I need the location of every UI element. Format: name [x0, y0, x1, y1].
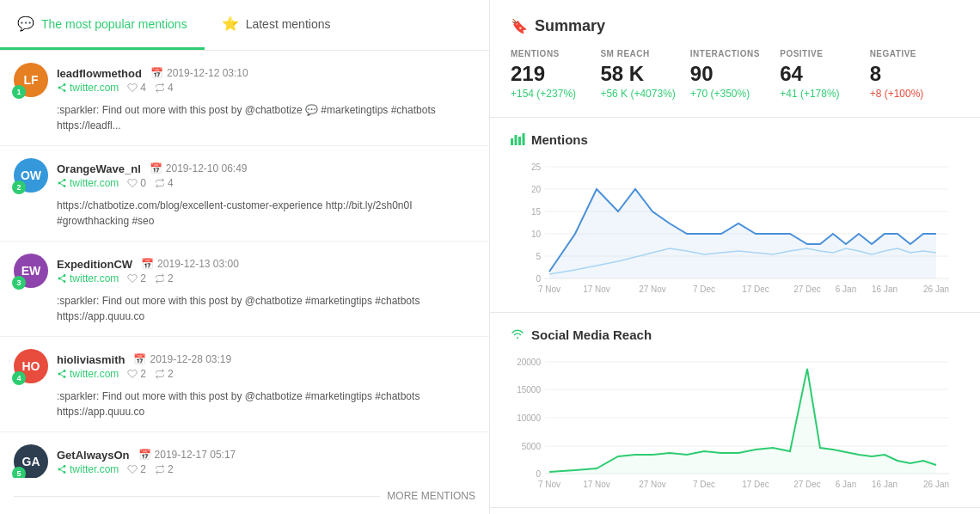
svg-text:17 Nov: 17 Nov: [583, 480, 610, 489]
divider-line: [14, 496, 380, 497]
tab-latest[interactable]: ⭐ Latest mentions: [205, 0, 348, 50]
retweets-stat: 2: [155, 368, 174, 380]
calendar-icon: 📅: [150, 67, 163, 79]
social-reach-label: Social Media Reach: [531, 327, 652, 342]
mention-date: 📅 2019-12-10 06:49: [150, 162, 248, 174]
svg-text:15: 15: [531, 207, 542, 217]
svg-text:5: 5: [536, 252, 541, 261]
mention-date: 📅 2019-12-12 03:10: [150, 67, 248, 79]
list-item[interactable]: OW 2 OrangeWave_nl 📅 2019-12-10 06:49 tw…: [0, 146, 489, 242]
mention-text: :sparkler: Find out more with this post …: [14, 102, 475, 133]
list-item[interactable]: HO 4 hioliviasmith 📅 2019-12-28 03:19 tw…: [0, 337, 489, 432]
summary-item-change: +56 K (+4073%): [600, 88, 676, 100]
summary-item: SM REACH 58 K +56 K (+4073%): [600, 49, 689, 100]
avatar: EW 3: [14, 254, 48, 288]
svg-text:5000: 5000: [522, 442, 542, 451]
svg-rect-2: [518, 137, 521, 145]
svg-text:17 Dec: 17 Dec: [742, 285, 769, 294]
list-item[interactable]: EW 3 ExpeditionCW 📅 2019-12-13 03:00 twi…: [0, 242, 489, 337]
mention-text: :sparkler: Find out more with this post …: [14, 389, 475, 419]
mention-info: ExpeditionCW 📅 2019-12-13 03:00 twitter.…: [57, 258, 475, 285]
svg-text:0: 0: [536, 274, 541, 284]
tab-popular[interactable]: 💬 The most popular mentions: [0, 0, 205, 50]
source-link[interactable]: twitter.com: [57, 463, 119, 475]
svg-text:16 Jan: 16 Jan: [872, 480, 897, 489]
summary-section: 🔖 Summary MENTIONS 219 +154 (+237%) SM R…: [490, 0, 980, 118]
summary-title-text: Summary: [535, 17, 605, 35]
summary-item-change: +41 (+178%): [780, 88, 855, 100]
mentions-chart-title: Mentions: [511, 132, 959, 148]
mention-info: leadflowmethod 📅 2019-12-12 03:10 twitte…: [57, 67, 475, 94]
svg-text:6 Jan: 6 Jan: [836, 285, 856, 294]
summary-item-change: +8 (+100%): [870, 88, 946, 100]
summary-item-label: POSITIVE: [780, 49, 855, 58]
mention-date: 📅 2019-12-28 03:19: [133, 353, 231, 365]
list-item[interactable]: GA 5 GetAlwaysOn 📅 2019-12-17 05:17 twit…: [0, 432, 489, 478]
summary-item: POSITIVE 64 +41 (+178%): [780, 49, 869, 100]
svg-rect-3: [523, 133, 525, 145]
chat-icon: 💬: [17, 15, 34, 32]
svg-text:10000: 10000: [517, 413, 541, 423]
mention-text: :sparkler: Find out more with this post …: [14, 293, 475, 324]
avatar: HO 4: [14, 349, 48, 383]
svg-text:20000: 20000: [517, 358, 541, 367]
source-link[interactable]: twitter.com: [57, 272, 119, 285]
retweets-stat: 4: [155, 177, 174, 189]
source-link[interactable]: twitter.com: [57, 368, 119, 380]
svg-text:20: 20: [531, 185, 542, 194]
list-item[interactable]: LF 1 leadflowmethod 📅 2019-12-12 03:10 t…: [0, 51, 489, 146]
summary-item: MENTIONS 219 +154 (+237%): [511, 49, 600, 100]
social-reach-chart: 20000 15000 10000 5000 0 7 Nov 17 Nov 27…: [511, 353, 959, 493]
retweets-stat: 2: [155, 272, 174, 285]
summary-item: INTERACTIONS 90 +70 (+350%): [690, 49, 780, 100]
mention-date: 📅 2019-12-13 03:00: [141, 258, 239, 270]
calendar-icon: 📅: [141, 258, 154, 270]
svg-text:7 Dec: 7 Dec: [693, 480, 715, 489]
rank-badge: 4: [12, 371, 26, 385]
social-reach-section: Social Media Reach 20000 15000 10000 500…: [490, 313, 980, 508]
svg-text:27 Dec: 27 Dec: [793, 480, 821, 489]
calendar-icon: 📅: [138, 449, 151, 461]
summary-item-value: 8: [870, 62, 946, 86]
rank-badge: 2: [12, 181, 26, 194]
likes-stat: 2: [127, 368, 146, 380]
summary-item-label: MENTIONS: [511, 49, 586, 58]
bar-chart-icon: [511, 132, 524, 148]
tab-popular-label: The most popular mentions: [41, 17, 187, 31]
mention-username: GetAlwaysOn: [57, 449, 130, 462]
svg-text:26 Jan: 26 Jan: [923, 480, 949, 489]
source-link[interactable]: twitter.com: [57, 177, 119, 189]
svg-rect-1: [515, 135, 518, 145]
bookmark-icon: 🔖: [511, 18, 528, 34]
social-reach-title: Social Media Reach: [511, 327, 959, 343]
svg-text:16 Jan: 16 Jan: [872, 285, 897, 294]
summary-item-label: INTERACTIONS: [690, 49, 766, 58]
tabs-bar: 💬 The most popular mentions ⭐ Latest men…: [0, 0, 489, 51]
likes-stat: 2: [127, 463, 146, 475]
summary-item-value: 90: [690, 62, 766, 86]
mention-username: leadflowmethod: [57, 67, 142, 80]
avatar: GA 5: [14, 444, 48, 478]
svg-text:0: 0: [536, 469, 541, 479]
mention-username: ExpeditionCW: [57, 258, 132, 271]
summary-item-value: 58 K: [600, 62, 676, 86]
star-icon: ⭐: [222, 15, 239, 32]
mentions-chart-section: Mentions 25 20 15 10 5 0: [490, 118, 980, 313]
svg-text:6 Jan: 6 Jan: [836, 480, 856, 489]
retweets-stat: 4: [155, 82, 174, 94]
rank-badge: 1: [12, 85, 26, 99]
calendar-icon: 📅: [150, 162, 162, 174]
mention-text: https://chatbotize.com/blog/excellent-cu…: [14, 198, 475, 229]
source-link[interactable]: twitter.com: [57, 82, 119, 94]
summary-item-value: 64: [780, 62, 855, 86]
likes-stat: 2: [127, 272, 146, 285]
tab-latest-label: Latest mentions: [246, 17, 331, 31]
likes-stat: 4: [127, 82, 146, 94]
svg-text:27 Nov: 27 Nov: [639, 285, 666, 294]
more-mentions-label: MORE MENTIONS: [387, 490, 475, 502]
summary-item-label: SM REACH: [600, 49, 676, 58]
more-mentions-button[interactable]: MORE MENTIONS: [0, 478, 489, 514]
right-panel: 🔖 Summary MENTIONS 219 +154 (+237%) SM R…: [490, 0, 980, 514]
avatar: OW 2: [14, 158, 48, 193]
summary-title: 🔖 Summary: [511, 17, 959, 35]
